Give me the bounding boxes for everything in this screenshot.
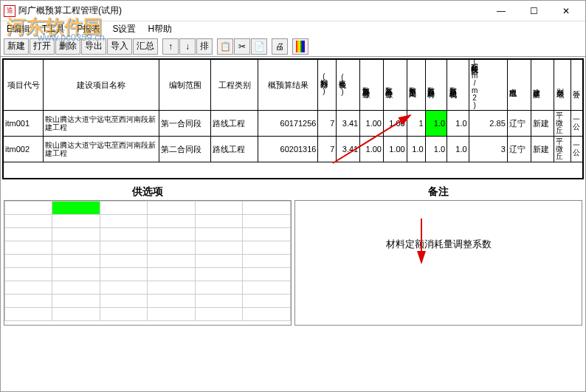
- col-type[interactable]: 工程类别: [211, 60, 258, 111]
- col-labor[interactable]: 人工定额系数: [407, 60, 425, 111]
- col-name[interactable]: 建设项目名称: [44, 60, 159, 111]
- app-icon: 造: [4, 5, 15, 17]
- col-comp1[interactable]: 综合取费系数: [360, 60, 384, 111]
- minimize-button[interactable]: —: [485, 1, 517, 21]
- print-button[interactable]: 🖨: [272, 38, 288, 55]
- options-grid[interactable]: [4, 201, 291, 321]
- sort-button[interactable]: 排: [196, 38, 213, 55]
- notes-panel: 备注 材料定额消耗量调整系数: [294, 184, 582, 326]
- project-table[interactable]: 项目代号 建设项目名称 编制范围 工程类别 概预算结果 计划利润(%) 税金率(…: [3, 59, 583, 179]
- up-button[interactable]: ↑: [162, 38, 179, 55]
- watermark-url: www.pc0359.cn: [38, 32, 105, 43]
- col-length[interactable]: 路长或校面积(km/m2): [469, 60, 507, 111]
- summary-button[interactable]: 汇总: [133, 38, 158, 55]
- col-scope[interactable]: 编制范围: [159, 60, 210, 111]
- table-row[interactable]: itm001 鞍山腾达大道宁远屯至西河南段新建工程 第一合同段 路线工程 601…: [4, 111, 583, 137]
- paste-button[interactable]: 📄: [251, 38, 267, 55]
- col-comp2[interactable]: 综合单价系数: [383, 60, 407, 111]
- maximize-button[interactable]: ☐: [517, 1, 550, 21]
- note-content: 材料定额消耗量调整系数: [295, 201, 582, 288]
- col-build[interactable]: 新建改建: [531, 60, 554, 111]
- highlighted-cell[interactable]: 1.0: [425, 111, 447, 137]
- import-button[interactable]: 导入: [107, 38, 132, 55]
- down-button[interactable]: ↓: [179, 38, 196, 55]
- titlebar: 造 阿广概预算工程管理(试用) — ☐ ✕: [1, 1, 585, 21]
- options-panel: 供选项: [4, 184, 292, 326]
- selected-option-cell[interactable]: [52, 202, 100, 215]
- bottom-panels: 供选项 备注 材料定额消耗量调整系数: [1, 181, 585, 329]
- col-tax[interactable]: 税金率(%): [337, 60, 360, 111]
- gradient-icon: [296, 41, 305, 52]
- col-road[interactable]: 公等: [571, 60, 582, 111]
- menu-help[interactable]: H帮助: [145, 23, 175, 35]
- cut-button[interactable]: ✂: [234, 38, 250, 55]
- menu-edit[interactable]: E编辑: [4, 23, 33, 35]
- menu-settings[interactable]: S设置: [109, 23, 139, 35]
- table-header-row: 项目代号 建设项目名称 编制范围 工程类别 概预算结果 计划利润(%) 税金率(…: [4, 60, 583, 111]
- color-button[interactable]: [292, 38, 308, 55]
- col-profit[interactable]: 计划利润(%): [318, 60, 337, 111]
- options-title: 供选项: [4, 184, 292, 200]
- col-code[interactable]: 项目代号: [4, 60, 44, 111]
- notes-title: 备注: [294, 184, 582, 200]
- col-location[interactable]: 工程地点: [507, 60, 531, 111]
- col-result[interactable]: 概预算结果: [258, 60, 318, 111]
- col-machine[interactable]: 机械定额系数: [447, 60, 469, 111]
- table-row[interactable]: itm002 鞍山腾达大道宁远屯至西河南段新建工程 第二合同段 路线工程 602…: [4, 137, 583, 162]
- close-button[interactable]: ✕: [550, 1, 582, 21]
- main-table-container: 项目代号 建设项目名称 编制范围 工程类别 概预算结果 计划利润(%) 税金率(…: [2, 58, 584, 179]
- window-title: 阿广概预算工程管理(试用): [18, 4, 485, 17]
- col-terrain[interactable]: 地形类别: [554, 60, 571, 111]
- new-button[interactable]: 新建: [4, 38, 29, 55]
- copy-button[interactable]: 📋: [217, 38, 233, 55]
- col-material[interactable]: 材料定额系数: [425, 60, 447, 111]
- empty-table-area: [4, 162, 583, 179]
